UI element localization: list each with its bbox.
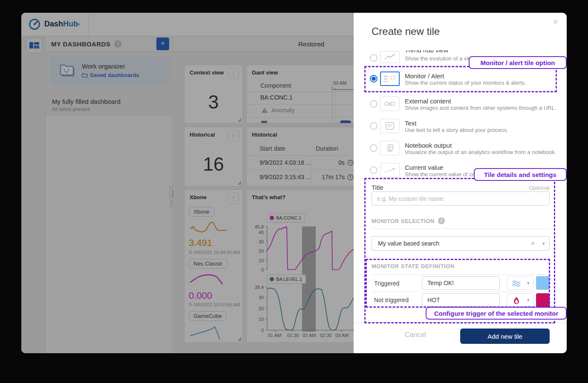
current-value-tile-icon — [380, 163, 400, 177]
option-desc: Show the current value of comp — [405, 171, 483, 177]
add-new-tile-button[interactable]: Add new tile — [460, 329, 550, 344]
option-desc: Use text to tell a story about your proc… — [405, 127, 508, 133]
option-label[interactable]: Notebook output — [405, 142, 452, 149]
annotation-label-monitor-option: Monitor / alert tile option — [469, 56, 567, 69]
external-content-tile-icon — [380, 97, 400, 111]
option-desc: Show images and content from other syste… — [405, 105, 556, 111]
option-label[interactable]: Current value — [405, 164, 443, 171]
annotation-label-configure-trigger: Configure trigger of the selected monito… — [426, 307, 567, 320]
trend-tile-icon — [380, 51, 400, 63]
radio-notebook-output[interactable] — [370, 144, 378, 152]
radio-trend-hub-view[interactable] — [370, 54, 378, 62]
radio-current-value[interactable] — [370, 166, 378, 174]
annotation-box-state-definition — [366, 259, 550, 308]
annotation-box-monitor-option — [364, 66, 557, 92]
annotation-label-tile-details: Tile details and settings — [474, 168, 567, 181]
notebook-output-tile-icon — [380, 141, 400, 155]
option-label[interactable]: External content — [405, 97, 451, 105]
modal-title: Create new tile — [372, 26, 440, 37]
radio-external-content[interactable] — [370, 100, 378, 108]
option-label[interactable]: Text — [405, 120, 417, 127]
radio-text[interactable] — [370, 122, 378, 130]
text-tile-icon — [380, 119, 400, 133]
close-icon[interactable]: × — [553, 17, 558, 27]
option-desc: Show the evolution of a view — [405, 55, 475, 62]
cancel-button[interactable]: Cancel — [396, 331, 435, 339]
option-desc: Visualize the output of an analytics wor… — [405, 149, 556, 155]
option-label-clipped: Trend hub view — [405, 50, 499, 54]
